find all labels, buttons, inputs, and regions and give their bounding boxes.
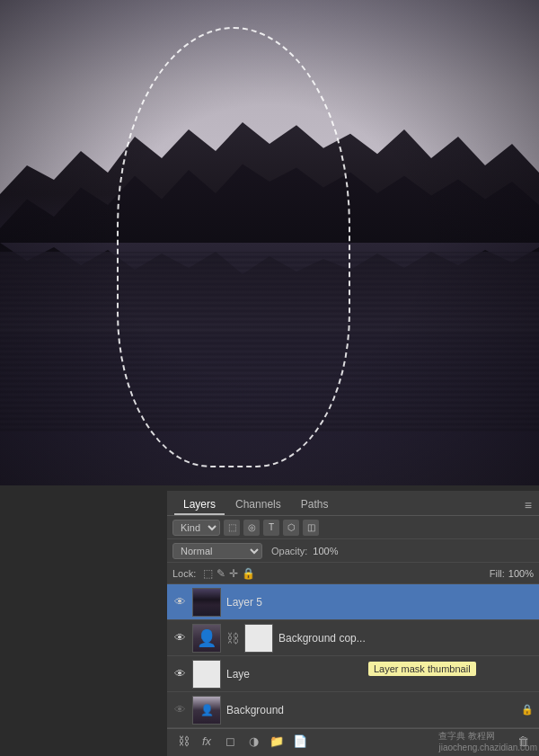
layer-lock-bg-icon: 🔒 [521,704,534,716]
layer-thumb-landscape-img [193,589,220,616]
lock-move-icon[interactable]: ✛ [229,567,238,580]
layer-row-background[interactable]: 👁 👤 Background 🔒 [167,692,539,728]
fill-label: Fill: [490,568,505,579]
layer-name-layer5: Layer 5 [226,596,534,609]
tab-channels[interactable]: Channels [226,495,290,515]
layer-thumb-layer5 [192,588,221,617]
filter-kind-select[interactable]: Kind [172,520,220,536]
filter-adjustment-icon[interactable]: ◎ [243,520,260,536]
tab-layers[interactable]: Layers [174,495,225,515]
tab-paths[interactable]: Paths [292,495,338,515]
filter-pixel-icon[interactable]: ⬚ [224,520,240,536]
photo-canvas [0,0,539,485]
layer-thumb-bgcopy-person: 👤 [192,624,221,653]
filter-type-icon[interactable]: T [263,520,279,536]
layer-thumb-person-img: 👤 [193,625,220,652]
adjustment-layer-icon[interactable]: ◑ [244,733,262,751]
layer-name-masked: Laye [226,668,534,680]
new-layer-icon[interactable]: 📄 [291,733,309,751]
fx-icon[interactable]: fx [198,733,216,751]
layer-name-background: Background [226,704,516,716]
watermark-line1: 查字典 教程网 [438,730,537,743]
watermark-line2: jiaocheng.chazidian.com [438,743,537,752]
visibility-icon-bgcopy[interactable]: 👁 [172,631,187,645]
lock-pixels-icon[interactable]: ⬚ [203,567,213,580]
layer-row-masked[interactable]: 👁 Laye Layer mask thumbnail [167,656,539,692]
visibility-icon-masked[interactable]: 👁 [172,667,187,681]
layers-panel: Layers Channels Paths ≡ Kind ⬚ ◎ T ⬡ ◫ N… [167,491,539,756]
layer-name-bgcopy: Background cop... [278,632,534,645]
filter-smart-icon[interactable]: ◫ [303,520,319,536]
layer-thumb-masked [192,660,221,689]
filter-shape-icon[interactable]: ⬡ [283,520,299,536]
layer-thumb-white-img [193,661,220,688]
opacity-label: Opacity: [271,546,307,556]
new-group-icon[interactable]: 📁 [268,733,286,751]
blend-mode-select[interactable]: Normal [172,543,262,559]
layer-thumb-bg-img: 👤 [193,697,220,724]
lock-position-icon[interactable]: ✎ [216,567,225,580]
link-layers-icon[interactable]: ⛓ [174,733,192,751]
lock-fill-row: Lock: ⬚ ✎ ✛ 🔒 Fill: 100% [167,563,539,584]
selection-marquee [117,27,350,467]
panel-menu-icon[interactable]: ≡ [525,498,532,512]
add-mask-icon[interactable]: ◻ [221,733,239,751]
visibility-icon-layer5[interactable]: 👁 [172,595,187,609]
panel-tab-bar: Layers Channels Paths ≡ [167,491,539,516]
layer-row-bgcopy[interactable]: 👁 👤 ⛓ Background cop... [167,620,539,656]
lock-all-icon[interactable]: 🔒 [242,567,255,580]
filter-row: Kind ⬚ ◎ T ⬡ ◫ [167,516,539,539]
layer-row-layer5[interactable]: 👁 Layer 5 [167,584,539,620]
lock-label: Lock: [172,568,196,579]
visibility-icon-background[interactable]: 👁 [172,703,187,717]
chain-icon-bgcopy: ⛓ [226,631,239,645]
opacity-value[interactable]: 100% [313,546,338,556]
layer-thumb-mask-img [245,625,272,652]
blend-mode-row: Normal Opacity: 100% [167,539,539,563]
layer-thumb-bgcopy-mask [244,624,273,653]
layer-thumb-background: 👤 [192,696,221,725]
fill-value[interactable]: 100% [508,568,534,579]
watermark: 查字典 教程网 jiaocheng.chazidian.com [438,730,537,752]
